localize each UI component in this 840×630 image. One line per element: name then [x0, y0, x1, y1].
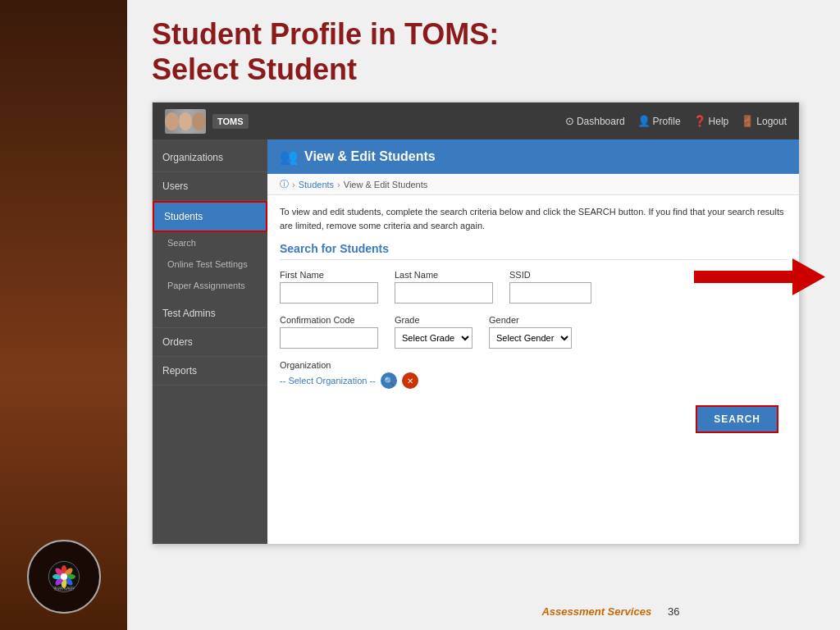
breadcrumb-arrow1: › [292, 180, 295, 189]
logout-icon: 🚪 [741, 115, 754, 127]
main-area: Student Profile in TOMS: Select Student … [127, 0, 840, 630]
gender-select[interactable]: Select Gender Male Female [489, 327, 572, 349]
content-body: To view and edit students, complete the … [267, 195, 799, 443]
org-select-link[interactable]: -- Select Organization -- [280, 376, 376, 386]
help-icon: ❓ [693, 115, 706, 127]
svg-marker-12 [694, 258, 800, 295]
sidebar-subitem-online-test-settings[interactable]: Online Test Settings [153, 253, 267, 275]
grade-select[interactable]: Select Grade 3 4 5 6 7 8 11 [395, 327, 472, 349]
toms-content: 👥 View & Edit Students ⓘ › Students › Vi… [267, 139, 799, 545]
profile-nav[interactable]: 👤 Profile [637, 115, 681, 127]
logo-image [165, 109, 206, 134]
sidebar-item-organizations[interactable]: Organizations [153, 144, 267, 172]
sidebar-item-test-admins[interactable]: Test Admins [153, 299, 267, 328]
content-header: 👥 View & Edit Students [267, 139, 799, 174]
org-search-icon-btn[interactable]: 🔍 [381, 372, 397, 389]
first-name-input[interactable] [280, 282, 378, 304]
toms-logo: TOMS [165, 109, 249, 134]
confirmation-code-input[interactable] [280, 327, 378, 349]
confirmation-code-group: Confirmation Code [280, 315, 378, 349]
first-name-group: First Name [280, 270, 378, 304]
sidebar-item-orders[interactable]: Orders [153, 328, 267, 357]
gender-label: Gender [489, 315, 572, 325]
org-clear-icon-btn[interactable]: ✕ [402, 372, 418, 389]
breadcrumb-arrow2: › [337, 180, 340, 189]
students-icon: 👥 [280, 148, 298, 166]
ssid-label: SSID [509, 270, 591, 280]
grade-label: Grade [395, 315, 472, 325]
profile-icon: 👤 [637, 115, 651, 127]
help-nav[interactable]: ❓ Help [693, 115, 729, 127]
page-title: Student Profile in TOMS: Select Student [152, 16, 815, 87]
svg-point-9 [61, 573, 67, 580]
description-text: To view and edit students, complete the … [280, 205, 787, 232]
toms-header: TOMS ⊙ Dashboard 👤 Profile ❓ Help 🚪 Logo… [153, 103, 799, 139]
people-strip [165, 109, 206, 134]
page-footer: Assessment Services 36 [254, 605, 840, 618]
left-panel: SAN DIEGO UNIFIED SCHOOL DISTRICT [0, 0, 127, 630]
gender-group: Gender Select Gender Male Female [489, 315, 572, 349]
red-arrow-container [694, 254, 800, 303]
search-button[interactable]: SEARCH [696, 405, 778, 433]
dashboard-nav[interactable]: ⊙ Dashboard [565, 115, 625, 127]
breadcrumb-home[interactable]: ⓘ [280, 178, 289, 190]
search-btn-row: SEARCH [280, 405, 787, 433]
ssid-group: SSID [509, 270, 591, 304]
first-name-label: First Name [280, 270, 378, 280]
org-select-row: -- Select Organization -- 🔍 ✕ [280, 372, 787, 389]
form-row-2: Confirmation Code Grade Select Grade 3 4… [280, 315, 787, 349]
last-name-input[interactable] [395, 282, 493, 304]
sidebar-item-users[interactable]: Users [153, 172, 267, 201]
sidebar-subitem-paper-assignments[interactable]: Paper Assignments [153, 275, 267, 296]
confirmation-code-label: Confirmation Code [280, 315, 378, 325]
last-name-group: Last Name [395, 270, 493, 304]
sidebar-item-reports[interactable]: Reports [153, 357, 267, 386]
sidebar-item-students[interactable]: Students [153, 201, 267, 232]
header-nav: ⊙ Dashboard 👤 Profile ❓ Help 🚪 Logout [565, 115, 787, 127]
sidebar-subitem-search[interactable]: Search [153, 232, 267, 253]
breadcrumb-current: View & Edit Students [344, 180, 428, 189]
dashboard-icon: ⊙ [565, 115, 574, 127]
org-row: Organization -- Select Organization -- 🔍… [280, 360, 787, 389]
page-number: 36 [668, 605, 679, 618]
toms-body: Organizations Users Students Search Onli… [153, 139, 799, 545]
logout-nav[interactable]: 🚪 Logout [741, 115, 787, 127]
content-title: View & Edit Students [304, 149, 436, 164]
grade-group: Grade Select Grade 3 4 5 6 7 8 11 [395, 315, 472, 349]
toms-logo-text: TOMS [212, 114, 249, 129]
footer-text: Assessment Services [541, 605, 651, 618]
ssid-input[interactable] [509, 282, 591, 304]
toms-sidebar: Organizations Users Students Search Onli… [153, 139, 267, 545]
red-arrow [694, 254, 800, 299]
screenshot-container: TOMS ⊙ Dashboard 👤 Profile ❓ Help 🚪 Logo… [152, 102, 800, 545]
breadcrumb-students[interactable]: Students [299, 180, 334, 189]
svg-text:SCHOOL DISTRICT: SCHOOL DISTRICT [53, 588, 73, 591]
last-name-label: Last Name [395, 270, 493, 280]
org-label: Organization [280, 360, 787, 370]
district-logo: SAN DIEGO UNIFIED SCHOOL DISTRICT [27, 540, 101, 614]
breadcrumb: ⓘ › Students › View & Edit Students [267, 174, 799, 195]
